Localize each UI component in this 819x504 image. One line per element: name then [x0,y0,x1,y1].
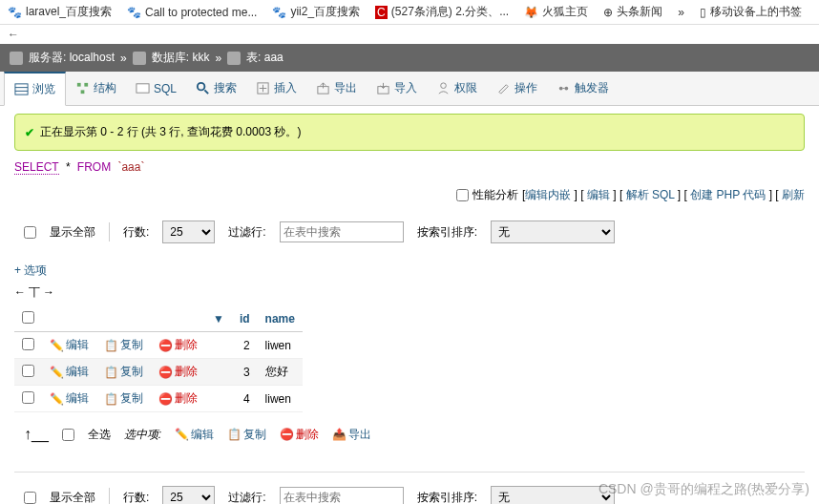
controls-top: 显示全部 行数: 25 过滤行: 按索引排序: 无 [14,220,805,243]
delete-icon: ⛔ [158,339,173,352]
showall-checkbox-bottom[interactable] [24,492,36,504]
tab-search[interactable]: 搜索 [186,72,246,105]
select-all-link[interactable]: 全选 [88,427,111,443]
options-row: + 选项 [14,262,805,279]
tab-insert[interactable]: 插入 [246,72,306,105]
import-icon [376,81,390,95]
link-refresh[interactable]: 刷新 [782,188,805,201]
nav-back[interactable]: ← [0,25,819,44]
bookmark-item[interactable]: C(527条消息) 2.分类、... [375,4,509,20]
filter-input[interactable] [280,221,404,242]
row-copy[interactable]: 📋复制 [104,337,143,353]
cell-id: 4 [232,386,258,412]
tab-privileges[interactable]: 权限 [427,72,487,105]
cell-id: 3 [232,359,258,386]
row-delete[interactable]: ⛔删除 [158,364,198,380]
table-icon [227,52,241,65]
filter-label: 过滤行: [228,224,265,241]
column-arrows[interactable]: ←丅→ [14,284,57,301]
mobile-icon: ▯ [700,6,706,19]
insert-icon [256,81,270,95]
link-explain[interactable]: 解析 SQL [626,188,675,201]
server-icon [10,52,23,65]
svg-point-7 [198,83,205,91]
copy-icon: 📋 [104,366,118,379]
cell-name: liwen [258,332,303,359]
profile-links: 性能分析 [编辑内嵌 ] [ 编辑 ] [ 解析 SQL ] [ 创建 PHP … [14,187,805,203]
row-checkbox[interactable] [22,365,34,377]
options-toggle[interactable]: + 选项 [14,262,47,279]
pencil-icon: ✏️ [175,428,189,441]
bookmark-item[interactable]: 🐾laravel_百度搜索 [8,4,112,20]
globe-icon: ⊕ [603,6,613,19]
csdn-icon: C [375,6,388,19]
delete-icon: ⛔ [280,428,294,441]
showall-checkbox[interactable] [24,226,36,239]
tab-browse[interactable]: 浏览 [4,72,66,106]
row-checkbox[interactable] [22,391,34,404]
bulk-export[interactable]: 📤导出 [332,427,371,443]
paw-icon: 🐾 [272,6,286,19]
row-edit[interactable]: ✏️编辑 [50,364,89,380]
check-icon: ✔ [25,126,34,139]
tabs: 浏览 结构 SQL 搜索 插入 导出 导入 权限 操作 触发器 [0,72,819,106]
bulk-copy[interactable]: 📋复制 [227,427,266,443]
bookmark-overflow[interactable]: » [678,6,684,19]
profile-checkbox[interactable] [456,189,469,201]
showall-label: 显示全部 [50,224,95,241]
crumb-table[interactable]: 表: aaa [246,50,284,66]
rows-select-bottom[interactable]: 25 [162,486,215,504]
selected-label: 选中项: [124,427,161,443]
triggers-icon [556,81,571,95]
svg-rect-5 [81,90,85,94]
row-edit[interactable]: ✏️编辑 [50,337,89,353]
tab-triggers[interactable]: 触发器 [547,72,619,105]
bulk-edit[interactable]: ✏️编辑 [175,427,214,443]
crumb-database[interactable]: 数据库: kkk [152,50,210,66]
row-edit[interactable]: ✏️编辑 [50,390,89,407]
firefox-icon: 🦊 [524,6,538,19]
row-copy[interactable]: 📋复制 [104,364,143,380]
bookmark-item[interactable]: 🐾Call to protected me... [127,6,257,19]
message-text: 正在显示第 0 - 2 行 (共 3 行, 查询花费 0.0003 秒。) [40,124,301,140]
row-copy[interactable]: 📋复制 [104,390,143,407]
svg-line-8 [204,90,208,94]
rows-select[interactable]: 25 [162,220,215,243]
row-checkbox[interactable] [22,338,34,350]
sort-indicator[interactable]: ▼ [205,306,232,332]
search-icon [196,81,210,95]
success-message: ✔ 正在显示第 0 - 2 行 (共 3 行, 查询花费 0.0003 秒。) [14,114,805,151]
browse-icon [14,82,29,96]
row-delete[interactable]: ⛔删除 [158,390,198,407]
privileges-icon [436,81,451,95]
bookmark-item[interactable]: ▯移动设备上的书签 [700,4,802,20]
bookmark-item[interactable]: 🦊火狐主页 [524,4,588,20]
select-all-checkbox[interactable] [62,429,74,441]
sort-select[interactable]: 无 [491,220,615,243]
select-all-header[interactable] [22,311,34,324]
bookmark-item[interactable]: ⊕头条新闻 [603,4,662,20]
svg-point-15 [559,87,563,91]
crumb-server[interactable]: 服务器: localhost [29,50,115,66]
cell-name: liwen [258,386,303,412]
filter-input-bottom[interactable] [280,487,404,504]
link-edit[interactable]: 编辑 [587,188,610,201]
tab-sql[interactable]: SQL [126,72,186,105]
tab-structure[interactable]: 结构 [66,72,126,105]
bulk-delete[interactable]: ⛔删除 [280,427,319,443]
tab-operations[interactable]: 操作 [487,72,547,105]
database-icon [133,52,146,65]
row-delete[interactable]: ⛔删除 [158,337,198,353]
sort-select-bottom[interactable]: 无 [491,486,615,504]
col-id[interactable]: id [232,306,258,332]
tab-export[interactable]: 导出 [306,72,367,105]
arrow-up-icon: ↑__ [24,426,49,443]
link-inline-edit[interactable]: 编辑内嵌 [525,188,571,201]
svg-rect-0 [15,84,28,94]
bookmarks-bar: 🐾laravel_百度搜索 🐾Call to protected me... 🐾… [0,0,819,25]
bookmark-item[interactable]: 🐾yii2_百度搜索 [272,4,360,20]
copy-icon: 📋 [227,428,242,441]
tab-import[interactable]: 导入 [367,72,427,105]
link-php[interactable]: 创建 PHP 代码 [690,188,766,201]
col-name[interactable]: name [258,306,303,332]
